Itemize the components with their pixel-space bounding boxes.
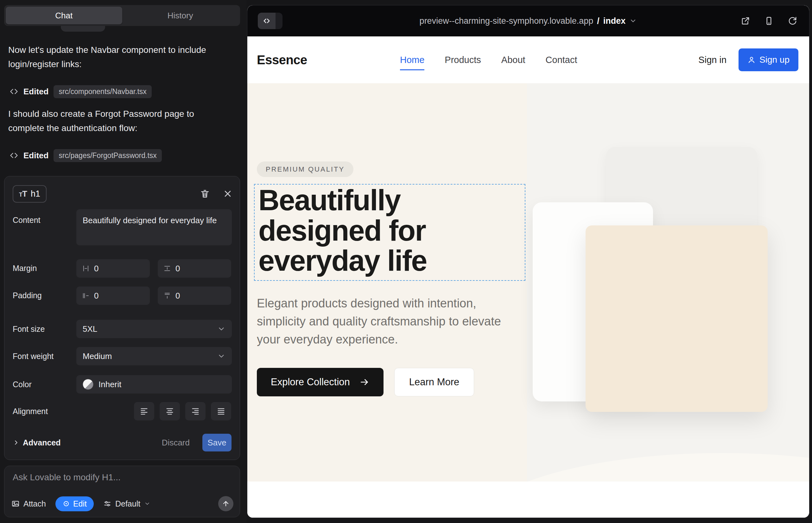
explore-collection-label: Explore Collection [271, 376, 350, 388]
nav-link-products[interactable]: Products [445, 55, 481, 65]
site-navbar: Essence Home Products About Contact Sign… [247, 36, 810, 83]
margin-y-input[interactable]: 0 [158, 259, 231, 278]
chat-message: I should also create a Forgot Password p… [8, 107, 232, 136]
color-label: Color [13, 380, 32, 389]
edited-file-row: Edited src/pages/ForgotPassword.tsx [10, 148, 162, 163]
discard-button[interactable]: Discard [162, 438, 190, 448]
align-justify-button[interactable] [211, 402, 231, 420]
editor-actions [200, 189, 233, 199]
learn-more-button[interactable]: Learn More [394, 368, 474, 396]
type-icon: TT [19, 189, 27, 199]
advanced-label: Advanced [23, 438, 60, 447]
padding-y-icon [163, 292, 171, 300]
chat-composer: Attach Edit Default [4, 466, 240, 517]
editor-header: TT h1 [13, 184, 233, 203]
align-left-button[interactable] [134, 402, 154, 420]
premium-quality-badge: PREMIUM QUALITY [257, 161, 353, 177]
chat-history-tabs: Chat History [4, 5, 240, 26]
save-button[interactable]: Save [202, 434, 231, 451]
content-label: Content [13, 216, 40, 225]
nav-link-home[interactable]: Home [400, 55, 424, 65]
font-size-label: Font size [13, 325, 45, 334]
code-icon [262, 16, 271, 25]
sign-up-button[interactable]: Sign up [739, 49, 798, 71]
code-icon [10, 87, 18, 96]
chat-message: Now let's update the Navbar component to… [8, 43, 232, 72]
nav-link-contact[interactable]: Contact [546, 55, 577, 65]
align-right-button[interactable] [185, 402, 206, 420]
alignment-buttons [134, 402, 231, 420]
align-center-icon [165, 407, 174, 416]
open-external-icon[interactable] [741, 16, 750, 26]
edit-label: Edit [73, 499, 87, 508]
model-selector[interactable]: Default [103, 499, 151, 508]
advanced-toggle[interactable]: Advanced [13, 438, 60, 447]
alignment-label: Alignment [13, 407, 48, 416]
color-swatch [83, 379, 93, 390]
chevron-down-icon [144, 501, 151, 507]
panel-drag-handle[interactable] [276, 13, 282, 29]
content-field[interactable]: Beautifully designed for everyday life [76, 209, 232, 245]
site-preview: Essence Home Products About Contact Sign… [247, 36, 810, 518]
image-icon [12, 500, 20, 508]
arrow-up-icon [222, 500, 230, 507]
edited-label: Edited [23, 87, 49, 96]
element-tag-selector[interactable]: TT h1 [13, 185, 47, 203]
element-editor-panel: TT h1 Content Beautifully designed for e… [4, 176, 240, 460]
refresh-icon[interactable] [788, 16, 797, 26]
app-root: Chat History Now let's update the Navbar… [0, 0, 812, 523]
font-weight-value: Medium [83, 351, 112, 361]
attach-button[interactable]: Attach [12, 499, 46, 508]
explore-collection-button[interactable]: Explore Collection [257, 368, 384, 396]
padding-x-icon [82, 292, 90, 300]
send-button[interactable] [218, 496, 233, 511]
user-icon [747, 56, 756, 64]
model-selector-label: Default [115, 499, 140, 508]
font-weight-label: Font weight [13, 352, 54, 361]
font-weight-select[interactable]: Medium [76, 347, 232, 365]
edit-mode-button[interactable]: Edit [55, 497, 94, 511]
footer-actions: Discard Save [162, 434, 231, 451]
target-icon [63, 500, 70, 507]
chevron-right-icon [13, 439, 20, 446]
padding-label: Padding [13, 291, 42, 300]
hero-description: Elegant products designed with intention… [257, 294, 510, 348]
align-center-button[interactable] [160, 402, 180, 420]
color-select[interactable]: Inherit [76, 375, 232, 394]
padding-x-value: 0 [94, 291, 99, 301]
composer-input[interactable] [13, 472, 231, 491]
sign-in-link[interactable]: Sign in [698, 55, 726, 65]
chevron-down-icon [629, 17, 637, 25]
margin-x-input[interactable]: 0 [76, 259, 150, 278]
close-icon[interactable] [223, 189, 233, 199]
trash-icon[interactable] [200, 189, 210, 199]
file-chip[interactable]: src/components/Navbar.tsx [54, 85, 152, 98]
file-chip[interactable]: src/pages/ForgotPassword.tsx [54, 149, 161, 162]
margin-label: Margin [13, 264, 37, 273]
composer-toolbar: Attach Edit Default [12, 495, 233, 512]
align-right-icon [191, 407, 200, 416]
code-view-toggle[interactable] [258, 13, 282, 29]
font-size-select[interactable]: 5XL [76, 320, 232, 338]
hero-heading: Beautifully designed for everyday life [259, 185, 525, 276]
edited-file-row: Edited src/components/Navbar.tsx [10, 84, 152, 99]
mobile-view-icon[interactable] [764, 16, 774, 26]
attach-label: Attach [23, 499, 46, 508]
product-card-beige [586, 226, 768, 412]
selected-h1-element[interactable]: Beautifully designed for everyday life [254, 184, 525, 281]
color-value: Inherit [99, 380, 121, 390]
url-bar[interactable]: preview--charming-site-symphony.lovable.… [247, 5, 809, 36]
sign-up-label: Sign up [759, 55, 790, 65]
element-tag-name: h1 [31, 189, 40, 199]
padding-x-input[interactable]: 0 [76, 287, 150, 305]
nav-link-about[interactable]: About [501, 55, 525, 65]
tab-history[interactable]: History [122, 7, 239, 24]
chevron-down-icon [217, 352, 226, 360]
padding-y-input[interactable]: 0 [158, 287, 231, 305]
tab-chat[interactable]: Chat [6, 7, 122, 24]
site-nav-links: Home Products About Contact [400, 36, 577, 83]
url-page: index [603, 16, 626, 26]
align-left-icon [140, 407, 148, 416]
arrow-right-icon [359, 377, 370, 387]
site-brand[interactable]: Essence [257, 36, 307, 83]
